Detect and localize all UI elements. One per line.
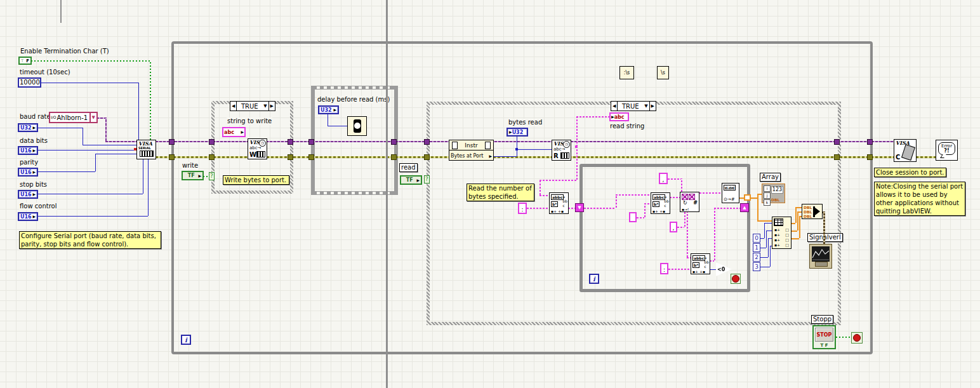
- visa-close-node[interactable]: VISA C: [894, 139, 917, 162]
- enable-term-constant[interactable]: T F: [18, 57, 32, 65]
- read-string-indicator[interactable]: ▶abc: [609, 112, 629, 121]
- numeric-wire: [760, 267, 770, 267]
- timeout-control[interactable]: 10000: [18, 77, 41, 88]
- keypad-icon: [256, 151, 265, 157]
- flow-control-terminal[interactable]: U16▶: [18, 212, 38, 221]
- delay-terminal[interactable]: U32▶: [318, 105, 339, 114]
- string-to-write-control[interactable]: abc▶: [222, 127, 246, 137]
- case-selector-label[interactable]: TRUE: [237, 103, 262, 110]
- outer-loop-condition-terminal[interactable]: [851, 332, 863, 344]
- read-boolean-control[interactable]: TF▶: [400, 175, 422, 185]
- string-wire: [644, 203, 646, 217]
- match-icon-text: abbc: [692, 255, 705, 261]
- tunnel-error: [209, 154, 215, 160]
- dbl-wire: [795, 207, 797, 223]
- terminal-type: U32: [512, 130, 524, 135]
- match-pattern-node[interactable]: abbc b* abbc ▪+ +▪: [691, 253, 710, 274]
- pane-splitter-vertical[interactable]: [386, 0, 388, 388]
- inner-iteration-terminal[interactable]: i: [589, 274, 599, 284]
- terminal-arrow-icon: ▶: [32, 149, 36, 152]
- shift-register-right[interactable]: ▲: [740, 203, 749, 212]
- stop-button[interactable]: STOP T F: [812, 325, 836, 349]
- array-index-boxes[interactable]: ijk: [764, 185, 771, 206]
- write-boolean-control[interactable]: TF▶: [182, 171, 204, 180]
- search-foot: ▪→!: [682, 207, 689, 211]
- visa-write-node[interactable]: VISA ◷ abc→ W: [248, 138, 267, 159]
- property-node-bytes-at-port[interactable]: Instr Bytes at Port ▶: [449, 140, 494, 161]
- waveform-chart-terminal[interactable]: [809, 244, 832, 269]
- data-bits-label: data bits: [19, 137, 48, 145]
- index-array-node[interactable]: ▪+□ ▪+□ ▪+□ ▪+□: [772, 217, 791, 249]
- array-indicator[interactable]: ijk 123 DBL: [762, 184, 785, 203]
- match-icon-text: abbc: [652, 194, 665, 200]
- match-pattern-node[interactable]: abbc b* abbc ▪+ +▪: [549, 192, 569, 214]
- numeric-wire: [517, 149, 552, 150]
- visa-read-node[interactable]: VISA ◷ abc→ R: [552, 140, 571, 161]
- wait-ms-node[interactable]: [347, 116, 367, 136]
- bytes-read-label: bytes read: [508, 119, 543, 126]
- index-constant-2[interactable]: 2: [753, 253, 760, 262]
- wire-junction: [515, 148, 518, 151]
- outer-iteration-terminal[interactable]: i: [181, 335, 191, 345]
- index-out-glyph: □: [785, 243, 789, 248]
- shift-register-left[interactable]: ▼: [575, 203, 584, 212]
- data-bits-terminal[interactable]: U16▶: [18, 146, 38, 155]
- colon-string-constant[interactable]: :: [518, 203, 527, 214]
- search-split-string-node[interactable]: ↻ # ▪→!: [680, 192, 699, 212]
- visa-resource-dropdown[interactable]: I/O Ahlborn-1 ▼: [49, 112, 98, 123]
- tunnel-error: [867, 154, 873, 160]
- colon-backslash-s-constant[interactable]: :\s: [619, 66, 634, 79]
- terminal-arrow-icon: ▶: [241, 130, 244, 134]
- dbl-wire: [799, 216, 800, 238]
- empty-string-constant[interactable]: [629, 212, 637, 222]
- case-selector-write[interactable]: ◀ TRUE ▼ ▶: [230, 101, 275, 111]
- bytes-read-indicator[interactable]: ▶U32: [507, 128, 528, 137]
- terminal-arrow-icon: ▶: [333, 108, 336, 112]
- tunnel-error: [834, 154, 840, 160]
- match-icon-text: b*: [551, 201, 558, 207]
- dbl-wire: [757, 194, 762, 195]
- comma-string-constant[interactable]: ,: [659, 173, 668, 184]
- dropdown-arrow-icon[interactable]: ▼: [89, 113, 96, 122]
- index-out-glyph: □: [785, 227, 789, 232]
- visa-letter: R: [553, 153, 559, 159]
- case-next-icon[interactable]: ▶: [649, 102, 656, 110]
- case-next-icon[interactable]: ▶: [268, 102, 275, 110]
- case-prev-icon[interactable]: ◀: [230, 102, 237, 110]
- index-in-glyph: ▪+: [774, 227, 780, 232]
- case-dropdown-icon[interactable]: ▼: [262, 102, 268, 110]
- rotate-icon: ↻: [683, 200, 687, 206]
- index-out-glyph: □: [785, 232, 789, 237]
- case-dropdown-icon[interactable]: ▼: [643, 102, 649, 110]
- case-selector-read[interactable]: ◀ TRUE ▼ ▶: [611, 101, 656, 111]
- index-constant-0[interactable]: 0: [753, 234, 760, 243]
- pane-splitter-stub[interactable]: [60, 0, 62, 23]
- terminal-arrow-icon: ▶: [32, 126, 36, 130]
- case-prev-icon[interactable]: ◀: [611, 102, 618, 110]
- index-constant-1[interactable]: 1: [753, 243, 760, 252]
- tunnel-visa: [288, 139, 293, 145]
- scan-string-to-number-node[interactable]: n.nn ⊙→#: [722, 183, 739, 203]
- numeric-wire: [37, 216, 148, 217]
- colon-string-constant[interactable]: :: [660, 263, 668, 274]
- backslash-s-constant[interactable]: \s: [657, 66, 669, 79]
- inner-loop-condition-terminal[interactable]: [731, 274, 741, 284]
- comma-string-constant[interactable]: ,: [670, 222, 677, 232]
- case-selector-label[interactable]: TRUE: [618, 103, 643, 110]
- visa-configure-serial-node[interactable]: VISA SERIAL: [136, 140, 156, 159]
- case-selector-terminal[interactable]: ?: [209, 172, 215, 180]
- baud-rate-terminal[interactable]: U32▶: [18, 123, 38, 132]
- read-label: read: [399, 163, 418, 172]
- simple-error-handler-node[interactable]: Error?!: [936, 140, 958, 161]
- string-wire: [710, 260, 714, 262]
- parity-terminal[interactable]: U16▶: [18, 168, 38, 177]
- match-pattern-node[interactable]: abbc b* abbc ▪+ +▪: [651, 192, 670, 214]
- stop-bits-terminal[interactable]: U16▶: [18, 190, 38, 199]
- numeric-wire: [328, 126, 347, 126]
- terminal-type: U16: [20, 192, 32, 197]
- index-constant-3[interactable]: 3: [753, 262, 760, 271]
- merge-signals-node[interactable]: DBLDBLDBL: [802, 204, 823, 219]
- stop-button-face[interactable]: STOP: [815, 328, 833, 342]
- string-wire: [576, 116, 611, 117]
- array-element-value: 123: [771, 186, 783, 194]
